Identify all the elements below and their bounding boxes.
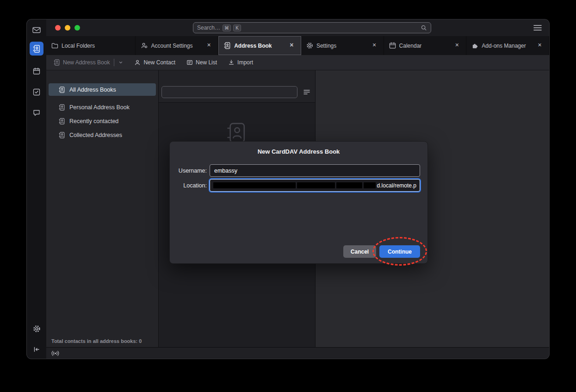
username-field[interactable] [210,164,420,177]
global-search-bar[interactable]: Search… ⌘ K [193,22,431,33]
address-books-list: All Address Books Personal Address Book … [46,70,158,141]
puzzle-icon [471,42,478,49]
tab-addons-manager[interactable]: Add-ons Manager × [466,36,549,55]
collapse-rail-button[interactable] [30,342,43,356]
address-books-pane: All Address Books Personal Address Book … [46,70,158,347]
tab-account-settings[interactable]: Account Settings × [136,36,218,55]
tab-local-folders[interactable]: Local Folders [46,36,136,55]
close-icon[interactable]: × [536,42,544,50]
address-book-icon [59,132,65,138]
minimize-window-button[interactable] [65,25,70,31]
spaces-rail [27,19,46,359]
gear-icon [33,325,41,333]
address-book-icon [54,59,60,66]
tab-label: Settings [316,43,336,49]
list-item-label: Personal Address Book [69,104,130,111]
new-list-button[interactable]: New List [183,57,220,68]
address-book-icon [33,45,41,53]
gear-icon [306,42,313,49]
cancel-button[interactable]: Cancel [343,245,376,258]
list-item-all-address-books[interactable]: All Address Books [49,83,156,96]
calendar-icon [33,68,40,75]
zoom-window-button[interactable] [74,25,80,31]
search-placeholder: Search… [197,25,220,31]
close-icon[interactable]: × [288,42,296,50]
total-contacts-status: Total contacts in all address books: 0 [51,338,142,344]
settings-button[interactable] [30,322,43,336]
new-list-label: New List [196,59,217,66]
account-settings-icon [141,42,148,49]
address-book-icon [224,42,231,49]
titlebar: Search… ⌘ K [46,19,549,36]
redaction-bar [213,182,296,188]
redaction-bar [336,182,362,188]
tasks-icon [33,88,40,96]
new-carddav-dialog: New CardDAV Address Book Username: Locat… [169,141,428,264]
desktop: { "titlebar": { "search_placeholder": "S… [0,0,576,392]
contacts-search-row [159,70,315,103]
tab-label: Account Settings [151,43,192,49]
address-book-space-button[interactable] [30,42,43,56]
tab-label: Local Folders [62,43,95,49]
tab-address-book[interactable]: Address Book × [218,36,301,55]
display-options-icon[interactable] [303,88,310,96]
address-book-toolbar: New Address Book New Contact New List Im… [46,55,549,70]
redaction-bar [297,182,335,188]
continue-button[interactable]: Continue [379,245,420,258]
tasks-space-button[interactable] [30,85,43,99]
close-icon[interactable]: × [205,42,213,50]
location-field[interactable]: d.local/remote.p [210,179,420,192]
collapse-icon [33,346,40,353]
list-item-recently-contacted[interactable]: Recently contacted [49,115,156,127]
list-item-personal-address-book[interactable]: Personal Address Book [49,101,156,113]
status-bar [46,347,549,359]
divider [114,59,114,66]
app-menu-button[interactable] [533,25,542,31]
calendar-icon [389,42,396,49]
contacts-search-input[interactable] [161,86,297,98]
list-item-label: Collected Addresses [69,132,122,138]
tab-label: Address Book [234,43,272,49]
new-contact-button[interactable]: New Contact [131,57,179,68]
folder-icon [51,42,58,49]
address-book-icon [59,87,65,93]
address-book-placeholder-icon [226,122,248,143]
import-icon [228,59,235,66]
thunderbird-window: Search… ⌘ K Local Folders Account Settin… [27,19,549,359]
tab-label: Add-ons Manager [482,43,526,49]
import-button[interactable]: Import [225,57,256,68]
tab-calendar[interactable]: Calendar × [384,36,467,55]
close-window-button[interactable] [55,25,61,31]
new-contact-label: New Contact [143,59,175,66]
list-item-label: Recently contacted [69,118,118,124]
list-item-label: All Address Books [69,87,116,93]
address-book-icon [59,104,65,111]
username-label: Username: [172,168,207,174]
new-address-book-button[interactable]: New Address Book [50,57,126,68]
search-icon [421,25,427,31]
new-address-book-label: New Address Book [63,59,110,66]
chat-space-button[interactable] [30,106,43,120]
list-icon [186,59,193,66]
k-key-chip: K [233,25,241,31]
tab-label: Calendar [399,43,422,49]
address-book-icon [59,118,65,124]
person-icon [134,59,141,66]
tab-settings[interactable]: Settings × [301,36,384,55]
dialog-title: New CardDAV Address Book [170,148,427,155]
chat-icon [33,109,40,117]
cmd-key-chip: ⌘ [223,25,231,31]
redaction-bar [364,182,376,188]
location-label: Location: [172,182,207,189]
import-label: Import [237,59,253,66]
location-visible-text: d.local/remote.p [377,182,416,189]
calendar-space-button[interactable] [30,64,43,78]
envelope-icon [32,27,41,33]
chevron-down-icon [118,60,123,65]
list-item-collected-addresses[interactable]: Collected Addresses [49,129,156,141]
close-icon[interactable]: × [453,42,461,50]
close-icon[interactable]: × [371,42,378,50]
tab-bar: Local Folders Account Settings × Address… [46,36,549,55]
online-status-icon[interactable] [51,350,60,356]
mail-space-button[interactable] [30,23,43,37]
